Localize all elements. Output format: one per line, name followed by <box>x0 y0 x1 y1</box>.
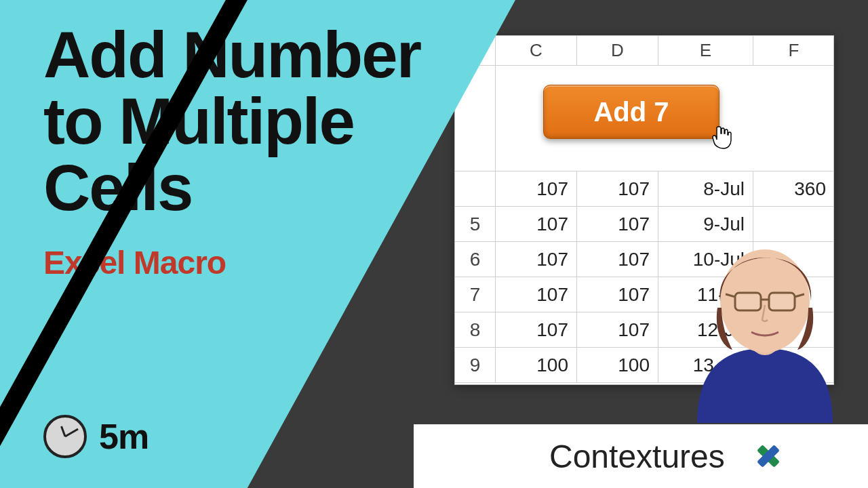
row-header[interactable] <box>455 171 496 207</box>
add-7-button[interactable]: Add 7 <box>543 85 719 139</box>
brand-bar: Contextures <box>414 424 868 488</box>
cell[interactable]: 107 <box>577 207 658 242</box>
cell[interactable]: 107 <box>496 171 577 207</box>
svg-rect-4 <box>769 293 795 310</box>
thumbnail-stage: B C D E F Add 7 107 107 8-Jul 3 <box>0 0 868 488</box>
clock-icon <box>43 415 87 458</box>
svg-point-2 <box>720 249 810 352</box>
brand-name: Contextures <box>549 438 725 475</box>
col-header-e[interactable]: E <box>658 36 753 66</box>
row-header[interactable]: 9 <box>455 348 496 383</box>
cell[interactable]: 107 <box>577 277 658 312</box>
col-header-c[interactable]: C <box>496 36 577 66</box>
cell[interactable]: 107 <box>496 207 577 242</box>
hand-cursor-icon <box>711 125 733 150</box>
cell[interactable]: 107 <box>496 242 577 277</box>
table-row: 107 107 8-Jul 360 <box>455 171 833 207</box>
cell[interactable]: 107 <box>577 242 658 277</box>
row-header[interactable]: 5 <box>455 207 496 242</box>
title-panel: Add Number to Multiple Cells Excel Macro… <box>0 0 515 488</box>
duration-row: 5m <box>43 415 149 458</box>
svg-rect-3 <box>735 293 761 310</box>
col-header-d[interactable]: D <box>577 36 658 66</box>
row-header[interactable]: 8 <box>455 312 496 348</box>
col-header-f[interactable]: F <box>753 36 834 66</box>
presenter-avatar <box>684 226 846 423</box>
row-header[interactable]: 7 <box>455 277 496 312</box>
cell[interactable]: 107 <box>496 277 577 312</box>
row-header[interactable]: 6 <box>455 242 496 277</box>
cell[interactable]: 107 <box>577 171 658 207</box>
thumbnail-title: Add Number to Multiple Cells <box>43 22 464 221</box>
cell[interactable]: 107 <box>496 312 577 348</box>
brand-logo-icon <box>749 437 787 475</box>
duration-text: 5m <box>99 416 149 457</box>
cell[interactable]: 100 <box>496 348 577 383</box>
cell[interactable]: 107 <box>577 312 658 348</box>
column-headers-row: B C D E F <box>455 36 833 66</box>
cell[interactable]: 100 <box>577 348 658 383</box>
cell[interactable]: 360 <box>753 171 834 207</box>
cell[interactable]: 8-Jul <box>658 171 753 207</box>
